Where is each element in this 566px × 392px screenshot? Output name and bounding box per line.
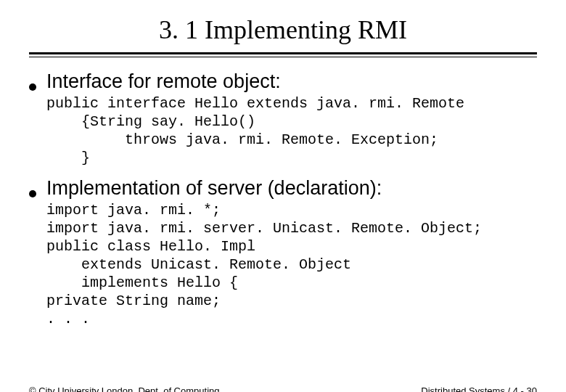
slide: 3. 1 Implementing RMI Interface for remo… xyxy=(0,15,566,392)
bullet-icon xyxy=(29,83,36,91)
bullet-row: Interface for remote object: xyxy=(29,70,537,93)
bullet-text: Interface for remote object: xyxy=(46,70,281,93)
bullet-row: Implementation of server (declaration): xyxy=(29,177,537,200)
bullet-icon xyxy=(29,190,36,197)
footer-right: Distributed Systems / 4 - 30 xyxy=(421,385,537,392)
slide-title: 3. 1 Implementing RMI xyxy=(0,15,566,45)
footer: © City University London, Dept. of Compu… xyxy=(0,385,566,392)
code-block: import java. rmi. *; import java. rmi. s… xyxy=(46,201,537,328)
bullet-text: Implementation of server (declaration): xyxy=(46,177,382,200)
footer-left: © City University London, Dept. of Compu… xyxy=(29,385,219,392)
title-rule xyxy=(29,52,537,57)
code-block: public interface Hello extends java. rmi… xyxy=(46,94,537,167)
slide-content: Interface for remote object: public inte… xyxy=(29,70,537,328)
